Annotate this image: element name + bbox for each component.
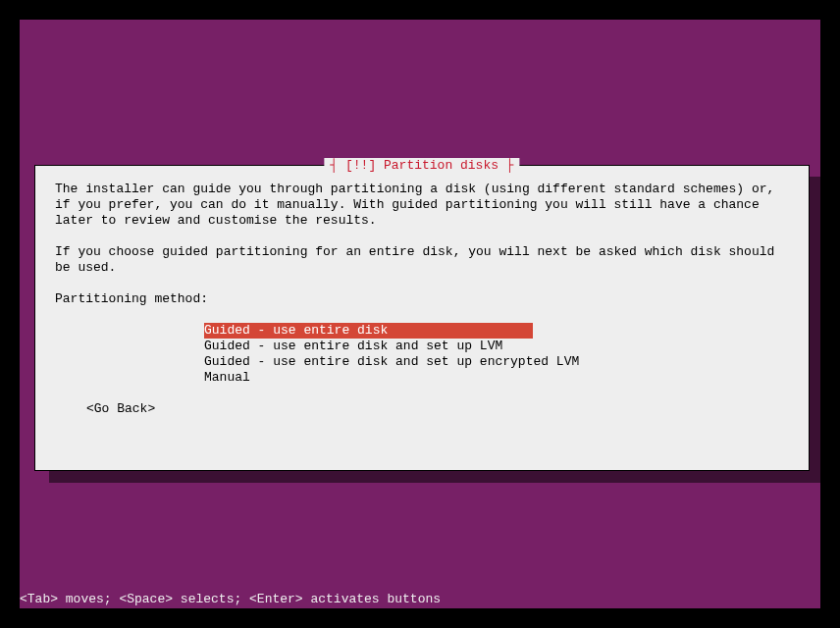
partitioning-method-label: Partitioning method:: [55, 291, 789, 307]
dialog-paragraph-1: The installer can guide you through part…: [55, 182, 789, 229]
partition-disks-dialog: ┤ [!!] Partition disks ├ The installer c…: [34, 165, 810, 471]
option-guided-entire-disk[interactable]: Guided - use entire disk: [204, 323, 533, 339]
dialog-content: The installer can guide you through part…: [35, 166, 809, 433]
dialog-title: ┤ [!!] Partition disks ├: [324, 158, 519, 173]
partition-method-options: Guided - use entire disk Guided - use en…: [204, 323, 789, 386]
help-bar: <Tab> moves; <Space> selects; <Enter> ac…: [20, 592, 441, 606]
go-back-button[interactable]: <Go Back>: [86, 401, 789, 417]
dialog-paragraph-2: If you choose guided partitioning for an…: [55, 244, 789, 276]
option-guided-encrypted-lvm[interactable]: Guided - use entire disk and set up encr…: [204, 354, 579, 370]
option-guided-lvm[interactable]: Guided - use entire disk and set up LVM: [204, 339, 502, 354]
option-manual[interactable]: Manual: [204, 370, 250, 386]
